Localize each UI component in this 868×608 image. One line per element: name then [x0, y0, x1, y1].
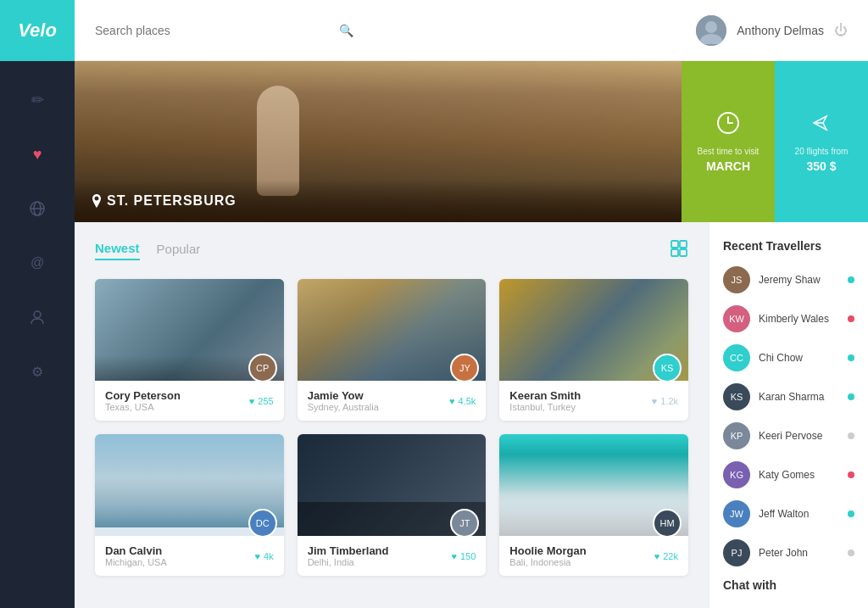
header: 🔍 Anthony Delmas ⏻: [75, 0, 868, 61]
status-dot: [848, 354, 854, 361]
tab-popular[interactable]: Popular: [157, 242, 201, 259]
traveller-avatar: KS: [723, 383, 750, 410]
recent-travellers-title: Recent Travellers: [723, 239, 854, 253]
traveller-name: Jeremy Shaw: [759, 274, 839, 286]
photo-info: Keeran Smith Istanbul, Turkey ♥ 1.2k: [499, 381, 688, 421]
photo-location: Michigan, USA: [105, 557, 167, 567]
like-heart-icon: ♥: [255, 551, 261, 561]
photo-name: Dan Calvin: [105, 544, 167, 557]
photo-likes: ♥ 4k: [255, 551, 274, 561]
traveller-item[interactable]: JW Jeff Walton: [723, 500, 854, 527]
svg-rect-11: [671, 249, 678, 256]
green-panel-value: MARCH: [706, 159, 750, 173]
sidebar: Velo ✏ ♥ @ ⚙: [0, 0, 75, 608]
likes-count: 4.5k: [459, 396, 476, 406]
svg-rect-10: [680, 241, 687, 248]
traveller-item[interactable]: CC Chi Chow: [723, 344, 854, 371]
avatar: [696, 15, 726, 46]
like-heart-icon: ♥: [654, 551, 660, 561]
photo-name: Jamie Yow: [308, 389, 379, 402]
traveller-item[interactable]: JS Jeremy Shaw: [723, 266, 854, 293]
traveller-item[interactable]: KG Katy Gomes: [723, 461, 854, 488]
photo-name: Jim Timberland: [308, 544, 389, 557]
photo-info: Hoolie Morgan Bali, Indonesia ♥ 22k: [499, 536, 688, 576]
traveller-item[interactable]: KP Keeri Pervose: [723, 422, 854, 449]
tab-newest[interactable]: Newest: [95, 241, 140, 260]
location-label: ST. PETERSBURG: [107, 193, 236, 209]
traveller-name: Chi Chow: [759, 352, 839, 364]
photo-card: DC Dan Calvin Michigan, USA ♥ 4k: [95, 434, 284, 576]
search-icon: 🔍: [339, 24, 353, 37]
clock-icon: [716, 111, 740, 140]
photo-card: HM Hoolie Morgan Bali, Indonesia ♥ 22k: [499, 434, 688, 576]
photo-info: Jamie Yow Sydney, Australia ♥ 4.5k: [298, 381, 487, 421]
hero-panels: Best time to visit MARCH 20 flights from…: [682, 61, 868, 222]
photo-card: CP Cory Peterson Texas, USA ♥ 255: [95, 279, 284, 421]
right-sidebar: Recent Travellers JS Jeremy Shaw KW Kimb…: [709, 222, 868, 608]
hero-panel-green: Best time to visit MARCH: [682, 61, 775, 222]
traveller-avatar: KG: [723, 461, 750, 488]
photo-location: Delhi, India: [308, 557, 389, 567]
status-dot: [848, 510, 854, 517]
green-panel-label: Best time to visit: [698, 147, 760, 156]
logo[interactable]: Velo: [0, 0, 75, 61]
photo-likes: ♥ 255: [249, 396, 274, 406]
power-icon[interactable]: ⏻: [834, 23, 848, 38]
traveller-avatar: PJ: [723, 539, 750, 566]
main-area: 🔍 Anthony Delmas ⏻ ST. PETERSBURG: [75, 0, 868, 608]
svg-point-3: [34, 311, 41, 318]
traveller-name: Keeri Pervose: [759, 430, 839, 442]
heart-icon[interactable]: ♥: [22, 139, 53, 170]
photo-location: Sydney, Australia: [308, 402, 379, 412]
likes-count: 1.2k: [660, 396, 678, 406]
traveller-item[interactable]: KS Karan Sharma: [723, 383, 854, 410]
status-dot: [848, 549, 854, 556]
grid-icon[interactable]: [670, 239, 688, 262]
status-dot: [848, 315, 854, 322]
traveller-name: Kimberly Wales: [759, 313, 839, 325]
photo-likes: ♥ 4.5k: [449, 396, 476, 406]
traveller-avatar: JS: [723, 266, 750, 293]
teal-panel-label: 20 flights from: [795, 147, 849, 156]
like-heart-icon: ♥: [249, 396, 255, 406]
photo-card: KS Keeran Smith Istanbul, Turkey ♥ 1.2k: [499, 279, 688, 421]
photo-meta: Jamie Yow Sydney, Australia: [308, 389, 379, 412]
tabs: Newest Popular: [95, 239, 688, 262]
card-avatar: KS: [653, 354, 682, 382]
traveller-name: Jeff Walton: [759, 508, 839, 520]
photo-location: Texas, USA: [105, 402, 181, 412]
photo-likes: ♥ 22k: [654, 551, 678, 561]
hero-section: ST. PETERSBURG Best time to visit MARCH: [75, 61, 868, 222]
hero-location: ST. PETERSBURG: [92, 193, 236, 209]
status-dot: [848, 276, 854, 283]
photo-name: Hoolie Morgan: [509, 544, 586, 557]
chat-with-title: Chat with: [723, 578, 854, 592]
username-label: Anthony Delmas: [737, 24, 824, 37]
traveller-item[interactable]: PJ Peter John: [723, 539, 854, 566]
photo-likes: ♥ 1.2k: [652, 396, 678, 406]
photo-name: Cory Peterson: [105, 389, 181, 402]
at-icon[interactable]: @: [22, 248, 53, 278]
hero-image: ST. PETERSBURG: [75, 61, 682, 222]
traveller-item[interactable]: KW Kimberly Wales: [723, 305, 854, 332]
user-icon[interactable]: [22, 302, 53, 332]
search-input[interactable]: [95, 24, 332, 37]
header-right: Anthony Delmas ⏻: [696, 15, 848, 46]
likes-count: 255: [258, 396, 273, 406]
photo-name: Keeran Smith: [509, 389, 581, 402]
edit-icon[interactable]: ✏: [22, 85, 53, 115]
likes-count: 22k: [663, 551, 678, 561]
photo-meta: Cory Peterson Texas, USA: [105, 389, 181, 412]
teal-panel-value: 350 $: [806, 159, 836, 173]
traveller-avatar: KP: [723, 422, 750, 449]
svg-rect-12: [680, 249, 687, 256]
card-avatar: HM: [653, 509, 682, 538]
status-dot: [848, 393, 854, 400]
status-dot: [848, 471, 854, 478]
photo-info: Cory Peterson Texas, USA ♥ 255: [95, 381, 284, 421]
content-area: Newest Popular: [75, 222, 868, 608]
gear-icon[interactable]: ⚙: [22, 356, 53, 387]
photo-location: Istanbul, Turkey: [509, 402, 581, 412]
traveller-name: Katy Gomes: [759, 469, 839, 481]
globe-icon[interactable]: [22, 193, 53, 224]
